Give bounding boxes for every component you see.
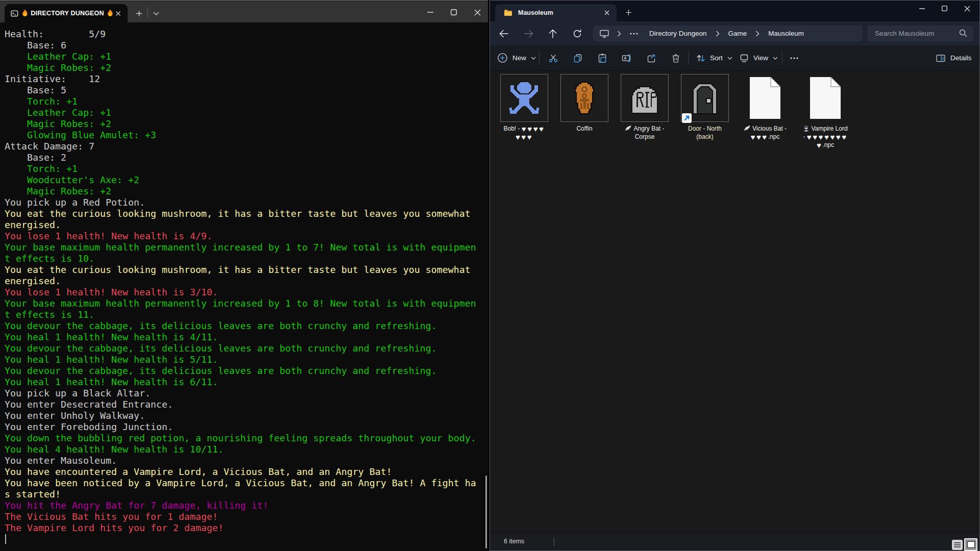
maximize-icon bbox=[942, 6, 947, 11]
refresh-icon bbox=[573, 29, 582, 38]
up-button[interactable] bbox=[545, 26, 561, 42]
terminal-line: You have encountered a Vampire Lord, a V… bbox=[5, 466, 476, 478]
terminal-new-tab-button[interactable] bbox=[133, 7, 145, 19]
terminal-line: Attack Damage: 7 bbox=[5, 141, 476, 152]
terminal-line: Base: 5 bbox=[5, 85, 476, 96]
forward-button[interactable] bbox=[521, 26, 537, 42]
explorer-tab-close-button[interactable] bbox=[601, 7, 612, 18]
delete-button[interactable] bbox=[666, 48, 686, 68]
terminal-line: You heal 1 health! New health is 6/11. bbox=[5, 377, 476, 388]
chevron-down-icon bbox=[531, 57, 536, 60]
new-button[interactable]: New bbox=[497, 45, 536, 70]
new-button-label: New bbox=[512, 54, 526, 62]
search-box[interactable]: Search Mausoleum bbox=[867, 26, 973, 41]
terminal-line: You down the bubbling red potion, a nour… bbox=[5, 433, 476, 444]
breadcrumb-chevron bbox=[713, 31, 723, 37]
share-button[interactable] bbox=[641, 48, 662, 68]
plus-icon bbox=[136, 10, 142, 17]
file-name: Vampire Lord- ♥♥♥♥♥♥♥♥.npc bbox=[792, 124, 859, 149]
view-button[interactable]: View bbox=[739, 45, 778, 70]
breadcrumb-chevron bbox=[752, 31, 763, 37]
terminal-line: Woodcutter's Axe: +2 bbox=[5, 174, 476, 186]
chevron-right-icon bbox=[755, 31, 760, 37]
terminal-line: You have been noticed by a Vampire Lord,… bbox=[5, 478, 476, 489]
explorer-tab-title: Mausoleum bbox=[518, 9, 553, 16]
trash-icon bbox=[671, 53, 681, 63]
npc-file-icon bbox=[810, 77, 841, 119]
chevron-down-icon bbox=[727, 57, 732, 60]
terminal-line: You eat the curious looking mushroom, it… bbox=[5, 208, 476, 219]
ellipsis-icon bbox=[630, 33, 638, 35]
terminal-tabbar-divider bbox=[148, 8, 148, 17]
terminal-close-button[interactable] bbox=[465, 2, 489, 23]
terminal-line: You heal 4 health! New health is 10/11. bbox=[5, 444, 476, 455]
terminal-line: The Vampire Lord hits you for 2 damage! bbox=[5, 522, 476, 534]
details-button[interactable]: Details bbox=[936, 45, 971, 70]
rename-button[interactable] bbox=[617, 48, 637, 68]
terminal-scrollbar-thumb[interactable] bbox=[485, 475, 487, 548]
close-icon bbox=[964, 6, 970, 12]
explorer-command-bar: New bbox=[490, 45, 979, 71]
chevron-right-icon bbox=[716, 31, 720, 37]
tombstone-icon bbox=[630, 82, 659, 114]
terminal-tab[interactable]: DIRECTORY DUNGEON bbox=[5, 4, 128, 22]
back-button[interactable] bbox=[496, 26, 512, 42]
breadcrumb-ellipsis[interactable] bbox=[624, 26, 644, 41]
terminal-line: You devour the cabbage, its delicious le… bbox=[5, 365, 476, 377]
terminal-window: DIRECTORY DUNGEON bbox=[0, 0, 488, 551]
terminal-line: t effects is 11. bbox=[5, 309, 476, 320]
terminal-line: s started! bbox=[5, 489, 476, 500]
terminal-line: Base: 6 bbox=[5, 40, 476, 51]
details-pane-icon bbox=[936, 53, 946, 63]
terminal-line: Leather Cap: +1 bbox=[5, 51, 476, 62]
terminal-minimize-button[interactable] bbox=[419, 2, 442, 23]
arrow-left-icon bbox=[499, 30, 508, 38]
cut-icon bbox=[548, 53, 558, 63]
copy-button[interactable] bbox=[568, 48, 588, 68]
view-button-label: View bbox=[753, 54, 768, 62]
file-name: Angry Bat -Corpse bbox=[611, 124, 678, 141]
terminal-tab-dropdown-button[interactable] bbox=[150, 7, 162, 19]
terminal-line: t effects is 10. bbox=[5, 253, 476, 264]
door-icon bbox=[691, 82, 719, 114]
bat-icon bbox=[744, 125, 751, 132]
refresh-button[interactable] bbox=[569, 26, 585, 42]
monitor-icon bbox=[600, 30, 609, 38]
close-icon bbox=[604, 10, 609, 15]
search-icon-wrap[interactable] bbox=[959, 29, 967, 39]
explorer-maximize-button[interactable] bbox=[933, 1, 955, 16]
explorer-minimize-button[interactable] bbox=[911, 1, 933, 16]
address-bar[interactable]: Directory Dungeon Game Mausoleum bbox=[593, 26, 863, 41]
flame-icon bbox=[21, 9, 29, 17]
close-icon bbox=[115, 11, 121, 16]
breadcrumb-item[interactable]: Directory Dungeon bbox=[644, 26, 713, 41]
large-thumbnails-view-toggle[interactable] bbox=[964, 538, 977, 551]
details-view-toggle[interactable] bbox=[952, 540, 963, 550]
cut-button[interactable] bbox=[543, 48, 564, 68]
more-options-button[interactable] bbox=[784, 48, 804, 68]
terminal-line: Glowing Blue Amulet: +3 bbox=[5, 130, 476, 141]
explorer-file-grid[interactable]: Bob! - ♥♥♥♥♥♥♥ Coffin bbox=[490, 71, 979, 533]
flame-icon bbox=[107, 9, 114, 17]
terminal-tab-close-button[interactable] bbox=[113, 9, 122, 18]
explorer-tab[interactable]: Mausoleum bbox=[495, 4, 617, 21]
this-pc-crumb[interactable] bbox=[595, 26, 614, 41]
breadcrumb-item[interactable]: Game bbox=[723, 26, 753, 41]
vampire-icon bbox=[803, 124, 810, 132]
terminal-log[interactable]: Health: 5/9 Base: 6 Leather Cap: +1 Magi… bbox=[5, 29, 476, 534]
plus-icon bbox=[625, 9, 632, 16]
search-icon bbox=[959, 29, 967, 37]
sort-button[interactable]: Sort bbox=[696, 45, 732, 70]
share-icon bbox=[646, 53, 656, 63]
explorer-new-tab-button[interactable] bbox=[622, 6, 635, 19]
terminal-line: You pick up a Black Altar. bbox=[5, 388, 476, 399]
paste-button[interactable] bbox=[592, 48, 612, 68]
terminal-maximize-button[interactable] bbox=[442, 2, 465, 23]
explorer-close-button[interactable] bbox=[956, 1, 978, 16]
terminal-line: You eat the curious looking mushroom, it… bbox=[5, 264, 476, 276]
breadcrumb-item[interactable]: Mausoleum bbox=[763, 26, 810, 41]
terminal-line: You enter Unholy Walkway. bbox=[5, 410, 476, 421]
search-placeholder: Search Mausoleum bbox=[875, 30, 934, 37]
toolbar-divider bbox=[539, 51, 540, 65]
terminal-line: Leather Cap: +1 bbox=[5, 107, 476, 118]
